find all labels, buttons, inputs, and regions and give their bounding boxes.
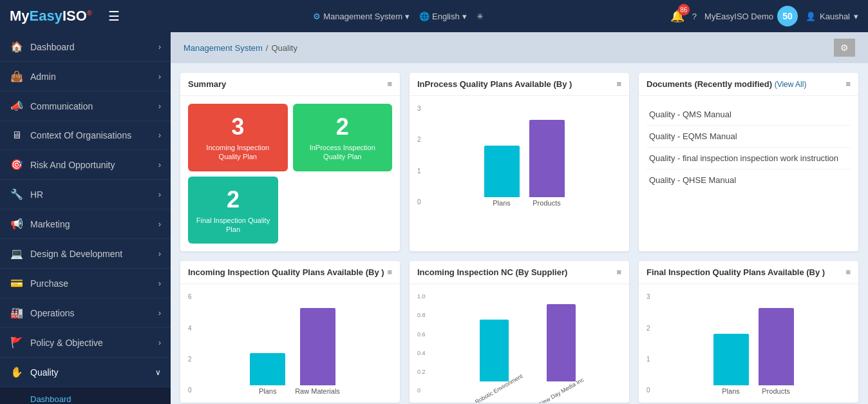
chevron-right-icon: › (158, 249, 161, 258)
documents-card: Documents (Recently modified) (View All)… (639, 73, 858, 251)
incoming-nc-header: Incoming Inspection NC (By Supplier) ≡ (410, 261, 629, 284)
breadcrumb-current: Quality (271, 43, 297, 53)
final-plans-header: Final Inspection Quality Plans Available… (639, 261, 858, 284)
sidebar-label-dashboard: Dashboard (30, 42, 75, 52)
bar-raw-materials-fill (300, 308, 335, 385)
sidebar-item-quality[interactable]: ✋ Quality ∨ (0, 358, 171, 387)
management-system-menu[interactable]: ⚙ Management System ▾ (313, 12, 410, 21)
app-brand[interactable]: MyEasyISO® (10, 8, 92, 24)
pin-icon[interactable]: ✳ (476, 12, 484, 21)
inprocess-y-axis: 3 2 1 0 (417, 104, 427, 207)
language-menu[interactable]: 🌐 English ▾ (419, 12, 467, 21)
incoming-plans-bars: Plans Raw Materials (198, 292, 392, 395)
navbar-center: ⚙ Management System ▾ 🌐 English ▾ ✳ (136, 12, 661, 21)
sidebar-subitem-quality-dashboard[interactable]: Dashboard (0, 387, 171, 404)
risk-icon: 🎯 (10, 159, 24, 171)
chevron-right-icon: › (158, 279, 161, 288)
incoming-plans-menu-icon[interactable]: ≡ (387, 267, 392, 277)
summary-menu-icon[interactable]: ≡ (387, 79, 392, 89)
documents-card-body: Quality - QMS Manual Quality - EQMS Manu… (639, 96, 858, 198)
bar-final-plans-fill (713, 334, 749, 385)
sidebar-item-operations[interactable]: 🏭 Operations › (0, 298, 171, 328)
doc-item-final[interactable]: Quality - final inspection inspection wo… (646, 148, 851, 169)
bar-final-products: Products (759, 308, 794, 395)
incoming-plans-header: Incoming Inspection Quality Plans Availa… (180, 261, 400, 284)
main-content: Management System / Quality ⚙ Summary ≡ … (171, 32, 868, 404)
avatar: 50 (777, 6, 798, 26)
chevron-right-icon: › (158, 338, 161, 347)
chevron-down-icon: ∨ (155, 368, 161, 377)
documents-menu-icon[interactable]: ≡ (845, 79, 851, 89)
bar-incoming-plans-fill (250, 353, 285, 385)
incoming-plans-title: Incoming Inspection Quality Plans Availa… (188, 267, 384, 277)
bar-plans: Plans (484, 146, 520, 207)
inprocess-plans-header: InProcess Quality Plans Available (By ) … (410, 73, 629, 96)
doc-item-qms[interactable]: Quality - QMS Manual (646, 104, 851, 126)
settings-button[interactable]: ⚙ (834, 39, 855, 57)
final-plans-menu-icon[interactable]: ≡ (845, 267, 851, 277)
final-plans-y-axis: 3 2 1 0 (646, 292, 656, 395)
chevron-right-icon: › (158, 220, 161, 229)
incoming-nc-menu-icon[interactable]: ≡ (616, 267, 621, 277)
final-plans-bar-chart: 3 2 1 0 Plans Product (646, 292, 851, 395)
bar-robotic: Lite Robotic Environment (462, 320, 527, 395)
summary-tile-inprocess[interactable]: 2 InProcess Inspection Quality Plan (293, 104, 393, 171)
view-all-link[interactable]: (View All) (775, 80, 807, 89)
sidebar-item-hr[interactable]: 🔧 HR › (0, 180, 171, 209)
user-company[interactable]: MyEasyISO Demo 50 (704, 6, 798, 26)
chevron-right-icon: › (158, 160, 161, 169)
sidebar-item-context[interactable]: 🖥 Context Of Organisations › (0, 121, 171, 150)
bar-newday: New Day Media Inc (536, 304, 587, 395)
sidebar-item-purchase[interactable]: 💳 Purchase › (0, 269, 171, 298)
final-plans-title: Final Inspection Quality Plans Available… (646, 267, 825, 277)
chevron-right-icon: › (158, 190, 161, 199)
sidebar-item-risk[interactable]: 🎯 Risk And Opportunity › (0, 150, 171, 180)
breadcrumb-parent[interactable]: Management System (184, 43, 263, 53)
sidebar-label-context: Context Of Organisations (30, 130, 131, 140)
sidebar-item-marketing[interactable]: 📢 Marketing › (0, 209, 171, 239)
incoming-plans-bar-chart: 6 4 2 0 Plans Raw Mat (188, 292, 392, 395)
summary-tile-final[interactable]: 2 Final Inspection Quality Plan (188, 177, 278, 244)
incoming-count: 3 (194, 113, 281, 140)
final-plans-card: Final Inspection Quality Plans Available… (639, 261, 858, 403)
summary-title: Summary (188, 79, 226, 89)
help-button[interactable]: ? (692, 12, 697, 21)
sidebar-item-policy[interactable]: 🚩 Policy & Objective › (0, 328, 171, 358)
hr-icon: 🔧 (10, 188, 24, 200)
final-plans-body: 3 2 1 0 Plans Product (639, 284, 858, 403)
breadcrumb-separator: / (266, 43, 269, 53)
admin-icon: 👜 (10, 70, 24, 82)
sidebar-label-purchase: Purchase (30, 278, 68, 289)
inprocess-plans-menu-icon[interactable]: ≡ (616, 79, 621, 89)
incoming-plans-card: Incoming Inspection Quality Plans Availa… (180, 261, 400, 403)
chevron-right-icon: › (158, 131, 161, 140)
incoming-nc-bar-chart: 1.0 0.8 0.6 0.4 0.2 0 Lite Robotic Envir… (417, 292, 621, 395)
bar-final-plans: Plans (713, 334, 749, 395)
sidebar-label-admin: Admin (30, 72, 56, 82)
doc-item-eqms[interactable]: Quality - EQMS Manual (646, 126, 851, 148)
bar-raw-materials: Raw Materials (295, 308, 340, 395)
chevron-right-icon: › (158, 72, 161, 81)
navbar-right: 🔔 86 ? MyEasyISO Demo 50 👤 Kaushal ▾ (670, 6, 858, 26)
bar-final-products-fill (759, 308, 794, 385)
inprocess-label: InProcess Inspection Quality Plan (299, 143, 386, 162)
sidebar-item-dashboard[interactable]: 🏠 Dashboard › (0, 32, 171, 62)
user-menu[interactable]: 👤 Kaushal ▾ (806, 12, 858, 21)
inprocess-count: 2 (299, 113, 386, 140)
breadcrumb: Management System / Quality ⚙ (171, 32, 868, 63)
summary-tile-incoming[interactable]: 3 Incoming Inspection Quality Plan (188, 104, 288, 171)
sidebar-item-design[interactable]: 💻 Design & Development › (0, 239, 171, 269)
summary-card-body: 3 Incoming Inspection Quality Plan 2 InP… (180, 96, 400, 251)
sidebar-label-communication: Communication (30, 101, 93, 111)
bar-incoming-plans-label: Plans (259, 387, 277, 395)
inprocess-plans-title: InProcess Quality Plans Available (By ) (417, 79, 572, 89)
sidebar-item-communication[interactable]: 📣 Communication › (0, 91, 171, 121)
doc-item-qhse[interactable]: Quality - QHSE Manual (646, 169, 851, 191)
summary-card-header: Summary ≡ (180, 73, 400, 96)
sidebar-label-design: Design & Development (30, 249, 122, 259)
inprocess-plans-card: InProcess Quality Plans Available (By ) … (410, 73, 629, 251)
sidebar: 🏠 Dashboard › 👜 Admin › 📣 Communication … (0, 32, 171, 404)
hamburger-icon[interactable]: ☰ (108, 8, 120, 24)
sidebar-item-admin[interactable]: 👜 Admin › (0, 62, 171, 91)
notification-bell[interactable]: 🔔 86 (670, 9, 684, 23)
